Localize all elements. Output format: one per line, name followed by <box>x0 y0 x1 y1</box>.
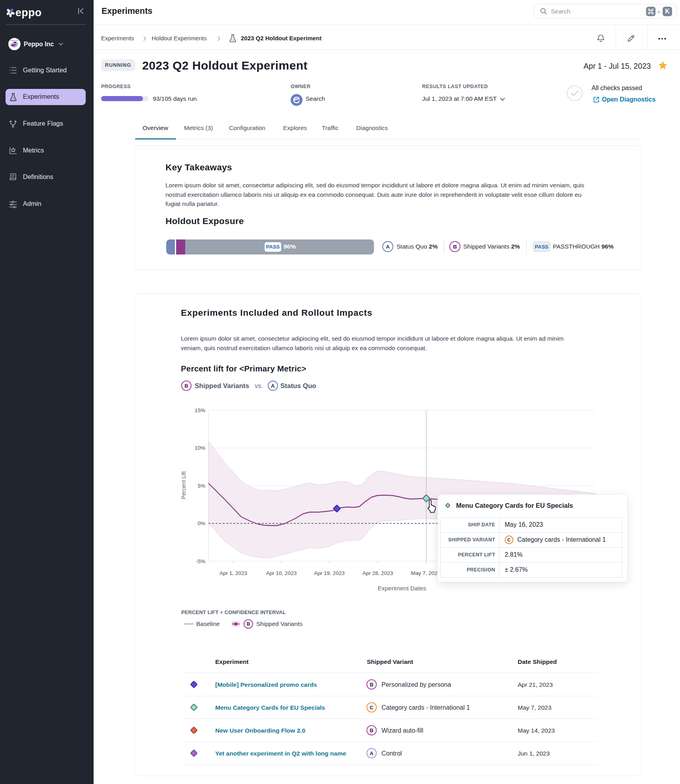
svg-text:Apr 1, 2023: Apr 1, 2023 <box>220 570 247 576</box>
svg-text:Experiment Dates: Experiment Dates <box>378 585 426 592</box>
svg-text:eppo: eppo <box>15 7 42 19</box>
svg-text:Apr 19, 2023: Apr 19, 2023 <box>314 570 344 576</box>
svg-text:5%: 5% <box>197 483 205 489</box>
svg-text:Apr 28, 2023: Apr 28, 2023 <box>363 570 393 576</box>
svg-text:May 7, 2023: May 7, 2023 <box>411 570 440 576</box>
svg-text:15%: 15% <box>195 407 205 413</box>
svg-text:Apr 10, 2023: Apr 10, 2023 <box>266 570 297 576</box>
svg-text:0%: 0% <box>197 520 205 526</box>
svg-text:Peppo Inc: Peppo Inc <box>11 40 19 41</box>
svg-text:10%: 10% <box>195 445 205 451</box>
svg-text:-5%: -5% <box>196 558 205 564</box>
svg-text:Percent Lift: Percent Lift <box>180 471 187 499</box>
